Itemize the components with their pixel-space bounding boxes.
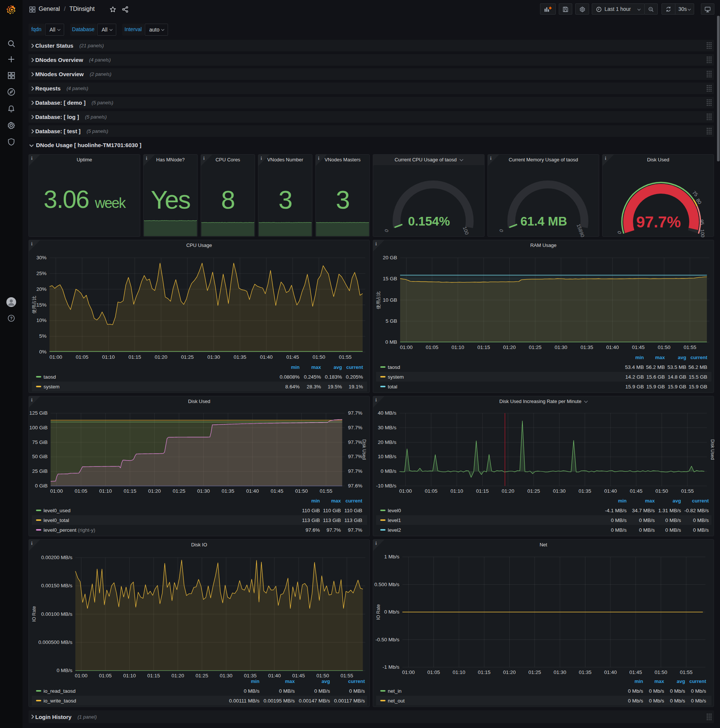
svg-text:75 GiB: 75 GiB: [32, 439, 47, 445]
svg-text:system: system: [388, 374, 404, 380]
svg-text:01:25: 01:25: [196, 673, 209, 679]
svg-text:level2: level2: [388, 527, 401, 533]
svg-text:01:35: 01:35: [244, 673, 257, 679]
svg-text:97.7%: 97.7%: [636, 213, 680, 231]
svg-text:01:50: 01:50: [656, 488, 668, 494]
svg-text:01:15: 01:15: [147, 673, 160, 679]
svg-text:min: min: [618, 498, 627, 503]
svg-text:0%: 0%: [39, 349, 46, 355]
svg-text:01:50: 01:50: [295, 488, 308, 494]
svg-text:30%: 30%: [37, 255, 46, 260]
svg-text:01:55: 01:55: [319, 488, 332, 494]
svg-text:0.00147 MB/s: 0.00147 MB/s: [299, 698, 330, 704]
svg-text:56.2 MB: 56.2 MB: [646, 364, 665, 370]
svg-text:min: min: [291, 364, 300, 370]
svg-text:current: current: [345, 498, 362, 503]
svg-text:100 GiB: 100 GiB: [29, 425, 47, 430]
svg-text:15.9 GB: 15.9 GB: [668, 384, 686, 390]
svg-text:0.0808%: 0.0808%: [280, 374, 300, 380]
svg-text:01:25: 01:25: [529, 344, 542, 350]
svg-text:-4.1 MB/s: -4.1 MB/s: [605, 508, 627, 513]
svg-text:0 Mb/s: 0 Mb/s: [691, 688, 706, 694]
svg-text:0 MB/s: 0 MB/s: [244, 688, 259, 694]
svg-text:IO Rate: IO Rate: [32, 606, 37, 622]
svg-text:01:15: 01:15: [124, 488, 136, 494]
svg-text:io_read_taosd: io_read_taosd: [44, 688, 76, 694]
svg-text:15.9 GB: 15.9 GB: [688, 384, 707, 390]
svg-text:113 GiB: 113 GiB: [302, 517, 320, 523]
svg-text:1.31 MB/s: 1.31 MB/s: [658, 508, 681, 513]
svg-text:97.7%: 97.7%: [348, 410, 362, 416]
svg-text:01:45: 01:45: [292, 673, 305, 679]
svg-text:0 MB/s: 0 MB/s: [693, 527, 709, 533]
svg-text:0 MB/s: 0 MB/s: [611, 517, 627, 523]
svg-text:01:15: 01:15: [476, 488, 489, 494]
svg-text:01:20: 01:20: [502, 488, 514, 494]
svg-text:level0_used: level0_used: [44, 508, 70, 513]
svg-text:current: current: [692, 498, 709, 503]
svg-text:01:45: 01:45: [271, 488, 284, 494]
svg-text:min: min: [311, 498, 320, 503]
svg-text:net_in: net_in: [388, 688, 402, 694]
svg-text:system: system: [44, 384, 59, 390]
svg-text:01:35: 01:35: [222, 488, 234, 494]
svg-text:01:15: 01:15: [478, 670, 491, 675]
svg-text:01:05: 01:05: [426, 344, 438, 350]
svg-text:min: min: [251, 679, 259, 684]
svg-text:0: 0: [383, 228, 390, 232]
svg-text:01:30: 01:30: [554, 670, 566, 675]
svg-text:01:20: 01:20: [171, 673, 184, 679]
svg-text:56.2 MB: 56.2 MB: [688, 364, 707, 370]
svg-text:使用占比: 使用占比: [376, 291, 381, 309]
svg-text:0.183%: 0.183%: [325, 374, 342, 380]
svg-text:current: current: [348, 679, 365, 684]
svg-text:level0_percent (right-y): level0_percent (right-y): [44, 527, 95, 533]
svg-text:01:15: 01:15: [477, 344, 490, 350]
svg-text:01:15: 01:15: [128, 354, 141, 360]
svg-text:01:45: 01:45: [630, 488, 643, 494]
svg-text:01:30: 01:30: [555, 344, 567, 350]
svg-text:01:00: 01:00: [50, 488, 63, 494]
svg-text:0.00200 MB/s: 0.00200 MB/s: [41, 555, 73, 560]
svg-text:0.000500 MB/s: 0.000500 MB/s: [38, 639, 72, 645]
svg-text:level0: level0: [388, 508, 401, 513]
svg-text:0 Mb/s: 0 Mb/s: [649, 688, 664, 694]
svg-text:01:00: 01:00: [49, 354, 62, 360]
svg-text:97.6%: 97.6%: [306, 527, 320, 533]
svg-text:-0.50 Mb/s: -0.50 Mb/s: [375, 637, 400, 642]
svg-text:01:35: 01:35: [581, 344, 593, 350]
svg-text:01:40: 01:40: [268, 673, 281, 679]
svg-text:01:55: 01:55: [683, 344, 696, 350]
svg-text:0 MB/s: 0 MB/s: [314, 688, 330, 694]
svg-text:0 MB/s: 0 MB/s: [611, 527, 627, 533]
svg-text:01:45: 01:45: [632, 344, 645, 350]
svg-text:20 GB: 20 GB: [383, 255, 397, 260]
svg-text:01:40: 01:40: [260, 354, 273, 360]
svg-text:53.5 MB: 53.5 MB: [668, 364, 686, 370]
svg-text:01:10: 01:10: [102, 354, 115, 360]
svg-text:0 MB/s: 0 MB/s: [56, 668, 72, 673]
svg-text:5%: 5%: [39, 333, 46, 339]
svg-text:max: max: [655, 355, 665, 360]
svg-text:110 GiB: 110 GiB: [302, 508, 320, 513]
svg-text:75: 75: [691, 190, 699, 198]
svg-text:0: 0: [498, 228, 504, 232]
svg-text:0 MB/s: 0 MB/s: [665, 517, 681, 523]
svg-text:IO Rate: IO Rate: [376, 604, 381, 620]
svg-text:01:20: 01:20: [148, 488, 161, 494]
svg-text:min: min: [635, 355, 644, 360]
svg-text:01:00: 01:00: [402, 670, 415, 675]
svg-text:total: total: [388, 384, 398, 390]
svg-text:19.5%: 19.5%: [328, 384, 342, 390]
svg-text:avg: avg: [678, 355, 686, 360]
svg-text:97.6%: 97.6%: [348, 483, 362, 489]
svg-text:95: 95: [699, 219, 705, 226]
svg-text:0 Mb/s: 0 Mb/s: [384, 609, 400, 615]
svg-text:25%: 25%: [37, 271, 46, 276]
svg-text:01:10: 01:10: [99, 488, 112, 494]
svg-text:01:05: 01:05: [99, 673, 112, 679]
svg-text:01:50: 01:50: [655, 670, 668, 675]
svg-text:50 GiB: 50 GiB: [32, 454, 47, 459]
svg-text:Disk Used: Disk Used: [362, 439, 367, 460]
svg-text:01:00: 01:00: [75, 673, 88, 679]
